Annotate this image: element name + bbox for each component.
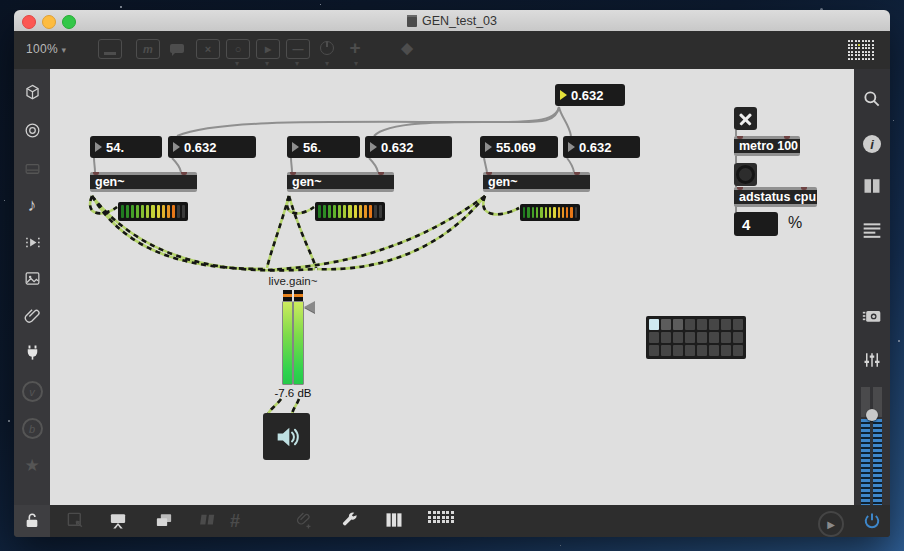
matrix-cell[interactable] xyxy=(685,319,695,330)
favorites-icon[interactable]: ★ xyxy=(14,455,50,476)
beap-icon[interactable]: b xyxy=(14,418,50,439)
metro-object[interactable]: metro 100 xyxy=(734,136,800,156)
plug-icon[interactable] xyxy=(14,343,50,362)
chevron-down-icon[interactable]: ▾ xyxy=(354,59,358,68)
flonum-freq-1[interactable]: 54. xyxy=(90,136,162,158)
grid-icon[interactable]: # xyxy=(230,511,240,532)
gain-slider-handle[interactable] xyxy=(304,301,315,313)
attach-add-icon[interactable] xyxy=(295,511,314,530)
matrix-cell[interactable] xyxy=(649,332,659,343)
inlet[interactable] xyxy=(784,136,790,139)
flonum-amp-2[interactable]: 0.632 xyxy=(365,136,452,158)
meter-2[interactable] xyxy=(315,202,385,221)
add-object-icon[interactable]: + xyxy=(344,39,366,57)
cube-icon[interactable] xyxy=(14,83,50,102)
matrix-cell[interactable] xyxy=(709,319,719,330)
ezdac-speaker-button[interactable] xyxy=(263,413,310,460)
snapshot-camera-icon[interactable] xyxy=(854,307,890,325)
message-cords[interactable] xyxy=(94,107,736,212)
console-icon[interactable] xyxy=(14,159,50,178)
bang-button[interactable] xyxy=(734,163,757,186)
gen-object-1[interactable]: gen~ xyxy=(90,172,197,192)
lock-cell[interactable] xyxy=(14,505,50,537)
toggle-box[interactable] xyxy=(734,107,757,130)
select-icon[interactable] xyxy=(66,511,85,530)
align-icon[interactable] xyxy=(198,511,218,529)
zoom-level-control[interactable]: 100% ▾ xyxy=(26,42,66,56)
toggle-icon[interactable]: × xyxy=(196,39,220,59)
meter-1[interactable] xyxy=(118,202,188,221)
comment-icon[interactable] xyxy=(166,39,188,57)
play-circle-icon[interactable]: ▶ xyxy=(818,511,844,537)
gain-meter-left[interactable] xyxy=(283,302,292,384)
inlet[interactable] xyxy=(801,187,807,190)
inlet[interactable] xyxy=(486,172,492,175)
flonum-freq-3[interactable]: 55.069 xyxy=(480,136,558,158)
inlet[interactable] xyxy=(574,172,580,175)
matrix-cell[interactable] xyxy=(709,332,719,343)
dial-icon[interactable] xyxy=(316,39,338,57)
gen-object-2[interactable]: gen~ xyxy=(287,172,394,192)
attachment-icon[interactable] xyxy=(14,307,50,326)
matrix-cell[interactable] xyxy=(697,319,707,330)
inspector-info-icon[interactable]: i xyxy=(854,135,890,153)
adstatus-object[interactable]: adstatus cpu xyxy=(734,187,817,207)
mixer-icon[interactable] xyxy=(854,351,890,369)
matrix-cell[interactable] xyxy=(673,332,683,343)
cpu-number-box[interactable]: 4 xyxy=(734,212,778,236)
audio-note-icon[interactable]: ♪ xyxy=(14,195,50,216)
inlet[interactable] xyxy=(378,172,384,175)
chevron-down-icon[interactable]: ▾ xyxy=(295,59,299,68)
titlebar[interactable]: GEN_test_03 xyxy=(14,10,890,32)
piano-icon[interactable] xyxy=(384,511,404,529)
inlet[interactable] xyxy=(737,187,743,190)
chevron-down-icon[interactable]: ▾ xyxy=(265,59,269,68)
message-icon[interactable]: m xyxy=(136,39,160,59)
matrix-cell[interactable] xyxy=(709,345,719,356)
vizzie-icon[interactable]: v xyxy=(14,381,50,402)
patcher-icon[interactable] xyxy=(98,39,122,59)
matrix-cell[interactable] xyxy=(721,319,731,330)
flonum-amp-1[interactable]: 0.632 xyxy=(168,136,256,158)
inlet[interactable] xyxy=(181,172,187,175)
inlet[interactable] xyxy=(290,172,296,175)
flonum-amp-3[interactable]: 0.632 xyxy=(563,136,640,158)
matrix-cell[interactable] xyxy=(721,332,731,343)
playbar-icon[interactable]: ▶ xyxy=(256,39,280,59)
flonum-master-amp[interactable]: 0.632 xyxy=(555,84,625,106)
matrix-cell[interactable] xyxy=(649,345,659,356)
search-icon[interactable] xyxy=(854,89,890,109)
gen-object-3[interactable]: gen~ xyxy=(483,172,590,192)
console-list-icon[interactable] xyxy=(854,221,890,239)
object-icon[interactable]: — xyxy=(286,39,310,59)
matrix-cell[interactable] xyxy=(673,345,683,356)
matrix-cell[interactable] xyxy=(733,332,743,343)
flonum-freq-2[interactable]: 56. xyxy=(287,136,360,158)
paint-icon[interactable]: ◆ xyxy=(396,39,418,57)
layers-icon[interactable] xyxy=(154,511,174,530)
matrix-cell[interactable] xyxy=(661,332,671,343)
matrix-cell[interactable] xyxy=(733,319,743,330)
matrix-cell[interactable] xyxy=(733,345,743,356)
matrix-cell[interactable] xyxy=(673,319,683,330)
matrix-cell[interactable] xyxy=(721,345,731,356)
grid-overlay-icon[interactable] xyxy=(848,40,874,60)
matrix-cell[interactable] xyxy=(697,332,707,343)
image-icon[interactable] xyxy=(14,269,50,288)
inlet[interactable] xyxy=(737,136,743,139)
wrench-icon[interactable] xyxy=(340,511,359,530)
presentation-icon[interactable] xyxy=(108,511,128,530)
volume-slider-knob[interactable] xyxy=(866,409,878,421)
matrix-cell[interactable] xyxy=(661,345,671,356)
matrix-cell[interactable] xyxy=(685,332,695,343)
matrix-cell[interactable] xyxy=(685,345,695,356)
matrix-control[interactable] xyxy=(646,316,746,359)
patcher-canvas[interactable]: 0.632 54. 0.632 gen~ 56. 0.632 gen~ xyxy=(50,69,854,505)
chevron-down-icon[interactable]: ▾ xyxy=(325,59,329,68)
reference-book-icon[interactable] xyxy=(854,177,890,195)
video-icon[interactable] xyxy=(14,233,50,252)
matrix-cell[interactable] xyxy=(649,319,659,330)
target-icon[interactable] xyxy=(14,121,50,140)
inlet[interactable] xyxy=(93,172,99,175)
step-keyboard-icon[interactable] xyxy=(428,511,454,523)
